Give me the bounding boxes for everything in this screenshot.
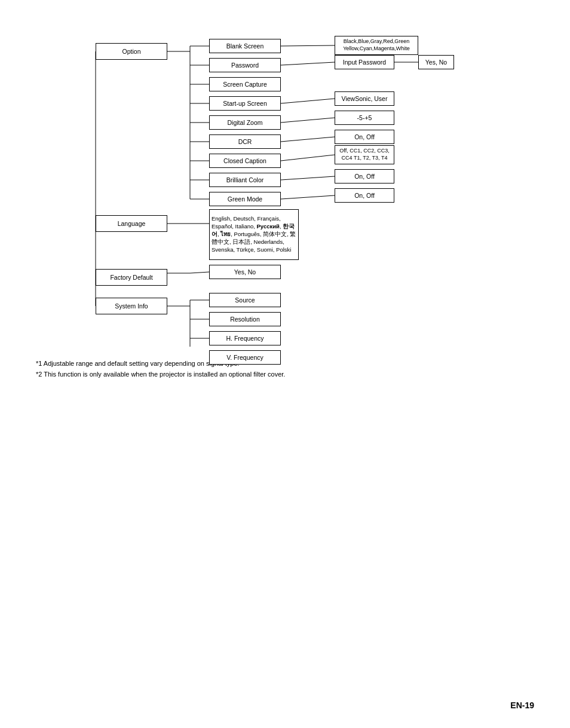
viewsonic-user-box: ViewSonic, User	[335, 91, 394, 106]
minus5plus5-label: -5-+5	[357, 114, 372, 121]
footnote-2: *2 This function is only available when …	[36, 369, 534, 380]
password-label: Password	[231, 62, 259, 69]
closed-caption-label: Closed Caption	[223, 157, 266, 164]
h-frequency-box: H. Frequency	[209, 331, 281, 345]
option-label: Option	[122, 48, 141, 55]
onoff1-box: On, Off	[335, 130, 394, 144]
h-frequency-label: H. Frequency	[226, 335, 263, 342]
page-number: EN-19	[510, 701, 534, 710]
onoff3-label: On, Off	[354, 192, 375, 199]
green-mode-label: Green Mode	[228, 195, 262, 203]
svg-line-24	[281, 137, 335, 142]
blank-screen-box: Blank Screen	[209, 39, 281, 53]
language-options-text: English, Deutsch, Français, Español, Ita…	[212, 215, 296, 253]
input-password-label: Input Password	[343, 59, 386, 66]
language-options-box: English, Deutsch, Français, Español, Ita…	[209, 209, 299, 260]
password-box: Password	[209, 58, 281, 72]
svg-line-27	[281, 195, 335, 199]
v-frequency-label: V. Frequency	[226, 354, 263, 361]
cc-values-text: Off, CC1, CC2, CC3, CC4 T1, T2, T3, T4	[336, 148, 393, 161]
system-info-label: System Info	[115, 302, 148, 310]
blank-values-text: Black,Blue,Gray,Red,Green Yellow,Cyan,Ma…	[336, 38, 416, 52]
cc-values-box: Off, CC1, CC2, CC3, CC4 T1, T2, T3, T4	[335, 145, 394, 164]
brilliant-color-label: Brilliant Color	[226, 176, 263, 183]
onoff1-label: On, Off	[354, 133, 375, 140]
factory-default-box: Factory Default	[96, 269, 167, 286]
minus5plus5-box: -5-+5	[335, 111, 394, 125]
factory-default-label: Factory Default	[110, 274, 152, 281]
svg-line-26	[281, 176, 335, 180]
yesno-label: Yes, No	[425, 59, 447, 66]
closed-caption-box: Closed Caption	[209, 154, 281, 168]
footnote-1: *1 Adjustable range and default setting …	[36, 359, 534, 369]
resolution-box: Resolution	[209, 312, 281, 326]
svg-line-23	[281, 118, 335, 123]
onoff2-label: On, Off	[354, 173, 375, 180]
svg-line-25	[281, 155, 335, 161]
input-password-box: Input Password	[335, 55, 394, 69]
screen-capture-label: Screen Capture	[223, 81, 267, 88]
option-box: Option	[96, 43, 167, 60]
screen-capture-box: Screen Capture	[209, 77, 281, 91]
source-box: Source	[209, 293, 281, 307]
dcr-label: DCR	[238, 138, 252, 145]
onoff2-box: On, Off	[335, 169, 394, 183]
factory-yesno-label: Yes, No	[234, 268, 256, 276]
green-mode-box: Green Mode	[209, 192, 281, 206]
viewsonic-user-label: ViewSonic, User	[342, 95, 388, 102]
blank-screen-label: Blank Screen	[226, 42, 263, 50]
brilliant-color-box: Brilliant Color	[209, 173, 281, 187]
system-info-box: System Info	[96, 298, 167, 314]
digital-zoom-label: Digital Zoom	[228, 119, 263, 126]
svg-line-22	[281, 99, 335, 103]
blank-values-box: Black,Blue,Gray,Red,Green Yellow,Cyan,Ma…	[335, 36, 418, 55]
source-label: Source	[235, 296, 255, 304]
language-box: Language	[96, 215, 167, 232]
svg-line-13	[190, 272, 209, 273]
onoff3-box: On, Off	[335, 188, 394, 203]
factory-yesno-box: Yes, No	[209, 265, 281, 279]
dcr-box: DCR	[209, 134, 281, 149]
language-label: Language	[118, 220, 146, 227]
yesno-box: Yes, No	[418, 55, 454, 69]
digital-zoom-box: Digital Zoom	[209, 115, 281, 130]
startup-screen-label: Start-up Screen	[223, 100, 267, 107]
svg-line-20	[281, 45, 335, 46]
svg-line-21	[281, 62, 335, 65]
resolution-label: Resolution	[230, 316, 260, 323]
v-frequency-box: V. Frequency	[209, 350, 281, 365]
footnotes: *1 Adjustable range and default setting …	[36, 359, 534, 380]
startup-screen-box: Start-up Screen	[209, 96, 281, 111]
diagram-area: Option Language Factory Default System I…	[36, 36, 514, 347]
